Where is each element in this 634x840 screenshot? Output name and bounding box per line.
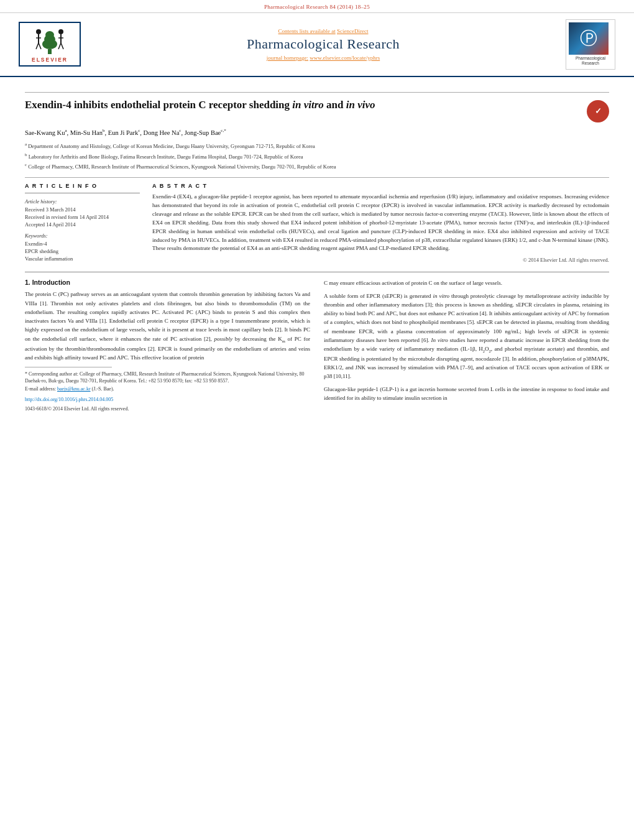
elsevier-logo: ELSEVIER — [19, 22, 81, 67]
intro-number: 1. — [25, 279, 32, 286]
issn-line: 1043-6618/© 2014 Elsevier Ltd. All right… — [25, 406, 310, 412]
affiliation-c: c College of Pharmacy, CMRI, Research In… — [25, 162, 609, 171]
introduction-section: 1. Introduction The protein C (PC) pathw… — [25, 279, 609, 411]
intro-title: Introduction — [32, 279, 70, 286]
journal-top-bar: Pharmacological Research 84 (2014) 18–25 — [0, 0, 634, 13]
article-info-col: A R T I C L E I N F O Article history: R… — [25, 183, 140, 264]
page-wrapper: Pharmacological Research 84 (2014) 18–25 — [0, 0, 634, 840]
body-divider — [25, 272, 609, 272]
intro-para-1: The protein C (PC) pathway serves as an … — [25, 290, 310, 362]
svg-line-11 — [36, 43, 39, 49]
intro-para-2: C may ensure efficacious activation of p… — [324, 279, 609, 287]
copyright-line: © 2014 Elsevier Ltd. All rights reserved… — [152, 257, 609, 263]
article-title: Exendin-4 inhibits endothelial protein C… — [25, 98, 578, 113]
doi-link[interactable]: http://dx.doi.org/10.1016/j.phrs.2014.04… — [25, 397, 113, 402]
affiliation-a: a Department of Anatomy and Histology, C… — [25, 141, 609, 150]
intro-para-3: A soluble form of EPCR (sEPCR) is genera… — [324, 292, 609, 381]
keyword-1: Exendin-4 — [25, 241, 140, 247]
affiliations: a Department of Anatomy and Histology, C… — [25, 141, 609, 171]
crossmark-icon: ✓ — [595, 106, 602, 116]
info-abstract-section: A R T I C L E I N F O Article history: R… — [25, 183, 609, 264]
article-info-label: A R T I C L E I N F O — [25, 183, 140, 189]
svg-line-7 — [61, 43, 63, 49]
elsevier-tree-icon — [31, 25, 68, 55]
email-link[interactable]: baejs@knu.ac.kr — [57, 386, 91, 392]
footnote-corresponding: * Corresponding author at: College of Ph… — [25, 371, 310, 384]
affiliation-b: b Laboratory for Arthritis and Bone Biol… — [25, 152, 609, 161]
article-title-section: Exendin-4 inhibits endothelial protein C… — [25, 98, 609, 122]
pharm-logo-icon: Ⓟ — [569, 22, 609, 55]
header-divider — [25, 92, 609, 93]
doi-line: http://dx.doi.org/10.1016/j.phrs.2014.04… — [25, 397, 310, 402]
svg-line-6 — [58, 43, 61, 49]
abstract-label: A B S T R A C T — [152, 183, 609, 189]
intro-right-col: C may ensure efficacious activation of p… — [324, 279, 609, 411]
history-accepted: Accepted 14 April 2014 — [25, 221, 140, 228]
abstract-col: A B S T R A C T Exendin-4 (EX4), a gluca… — [152, 183, 609, 264]
authors-line: Sae-Kwang Kua, Min-Su Hanb, Eun Ji Parkc… — [25, 127, 609, 137]
affiliation-divider — [25, 177, 609, 178]
footnote-email: E-mail address: baejs@knu.ac.kr (J.-S. B… — [25, 385, 310, 392]
svg-point-9 — [36, 29, 41, 34]
sciencedirect-link[interactable]: ScienceDirect — [337, 28, 368, 34]
abstract-text: Exendin-4 (EX4), a glucagon-like peptide… — [152, 193, 609, 254]
article-body: Exendin-4 inhibits endothelial protein C… — [0, 77, 634, 422]
intro-para-4: Glucagon-like peptide-1 (GLP-1) is a gut… — [324, 385, 609, 402]
journal-title: Pharmacological Research — [93, 36, 553, 52]
history-received: Received 3 March 2014 — [25, 206, 140, 213]
pharm-logo-label: PharmacologicalResearch — [569, 56, 612, 67]
pharmacological-logo: Ⓟ PharmacologicalResearch — [566, 19, 615, 70]
svg-rect-0 — [48, 49, 52, 54]
svg-line-12 — [39, 43, 41, 49]
svg-point-4 — [58, 29, 63, 34]
journal-homepage: journal homepage: www.elsevier.com/locat… — [93, 55, 553, 61]
history-label: Article history: — [25, 198, 140, 205]
homepage-text: journal homepage: — [267, 55, 308, 61]
footnote-divider — [25, 367, 112, 367]
svg-point-3 — [45, 31, 54, 39]
sciencedirect-line: Contents lists available at ScienceDirec… — [93, 28, 553, 34]
email-note: (J.-S. Bae). — [92, 386, 114, 392]
keyword-3: Vascular inflammation — [25, 256, 140, 262]
elsevier-label: ELSEVIER — [32, 57, 68, 63]
history-revised: Received in revised form 14 April 2014 — [25, 214, 140, 220]
keywords-label: Keywords: — [25, 233, 140, 239]
homepage-link[interactable]: www.elsevier.com/locate/yphrs — [310, 55, 380, 61]
header-center: Contents lists available at ScienceDirec… — [93, 28, 553, 61]
header-area: ELSEVIER Contents lists available at Sci… — [0, 13, 634, 77]
intro-left-col: 1. Introduction The protein C (PC) pathw… — [25, 279, 310, 411]
sciencedirect-text: Contents lists available at — [278, 28, 336, 34]
article-info-divider — [25, 193, 140, 193]
journal-citation: Pharmacological Research 84 (2014) 18–25 — [264, 4, 370, 10]
intro-heading: 1. Introduction — [25, 279, 310, 286]
keyword-2: EPCR shedding — [25, 248, 140, 254]
crossmark-badge: ✓ — [587, 100, 609, 122]
